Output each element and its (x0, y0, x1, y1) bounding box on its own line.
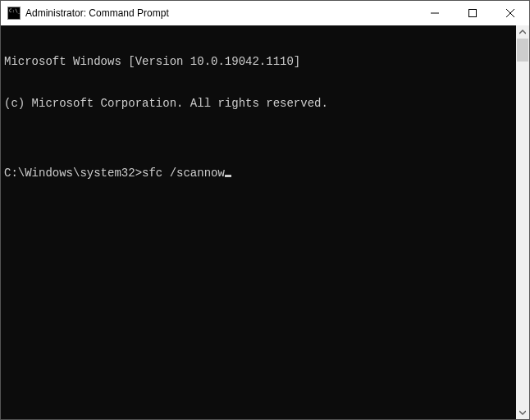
terminal-output[interactable]: Microsoft Windows [Version 10.0.19042.11… (1, 25, 516, 419)
close-button[interactable] (491, 1, 529, 25)
maximize-icon (468, 9, 477, 17)
prompt-line: C:\Windows\system32>sfc /scannow (4, 167, 516, 180)
command-input[interactable]: sfc /scannow (142, 167, 231, 180)
maximize-button[interactable] (454, 1, 491, 25)
window-controls (416, 1, 529, 25)
scroll-thumb[interactable] (517, 39, 528, 62)
window-title: Administrator: Command Prompt (25, 7, 416, 19)
chevron-down-icon (519, 409, 526, 416)
command-prompt-window: Administrator: Command Prompt Microsoft … (0, 0, 530, 420)
client-area: Microsoft Windows [Version 10.0.19042.11… (1, 25, 529, 419)
scroll-down-button[interactable] (516, 406, 529, 419)
header-line-1: Microsoft Windows [Version 10.0.19042.11… (4, 55, 516, 69)
minimize-icon (431, 9, 439, 17)
scroll-up-button[interactable] (516, 25, 529, 39)
typed-command: sfc /scannow (142, 167, 225, 180)
close-icon (506, 9, 514, 17)
header-line-2: (c) Microsoft Corporation. All rights re… (4, 97, 516, 111)
text-cursor (225, 175, 231, 177)
cmd-app-icon (7, 7, 21, 20)
svg-rect-1 (469, 10, 477, 17)
chevron-up-icon (519, 29, 526, 35)
vertical-scrollbar[interactable] (516, 25, 529, 419)
prompt-path: C:\Windows\system32> (4, 167, 142, 180)
titlebar[interactable]: Administrator: Command Prompt (1, 1, 529, 25)
minimize-button[interactable] (416, 1, 454, 25)
